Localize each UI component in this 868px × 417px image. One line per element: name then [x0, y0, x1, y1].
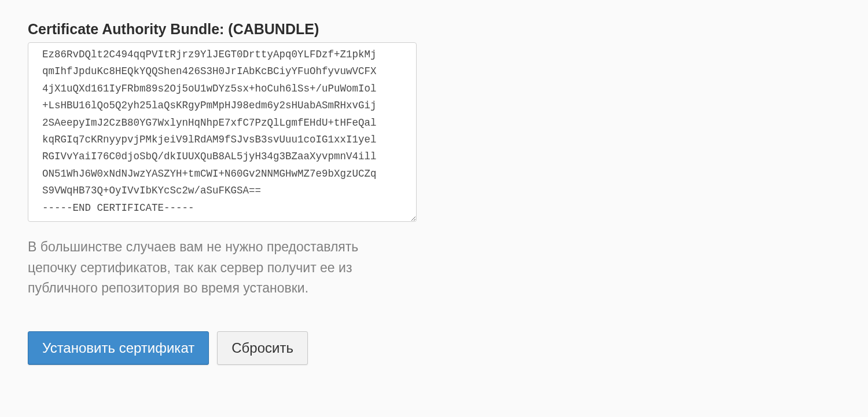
cabundle-help-text: В большинстве случаев вам не нужно предо… — [28, 237, 410, 299]
cabundle-textarea[interactable] — [28, 42, 417, 222]
form-container: Certificate Authority Bundle: (CABUNDLE)… — [0, 0, 440, 386]
reset-button[interactable]: Сбросить — [217, 331, 308, 365]
button-row: Установить сертификат Сбросить — [28, 331, 412, 365]
cabundle-label: Certificate Authority Bundle: (CABUNDLE) — [28, 21, 412, 38]
install-certificate-button[interactable]: Установить сертификат — [28, 331, 209, 365]
